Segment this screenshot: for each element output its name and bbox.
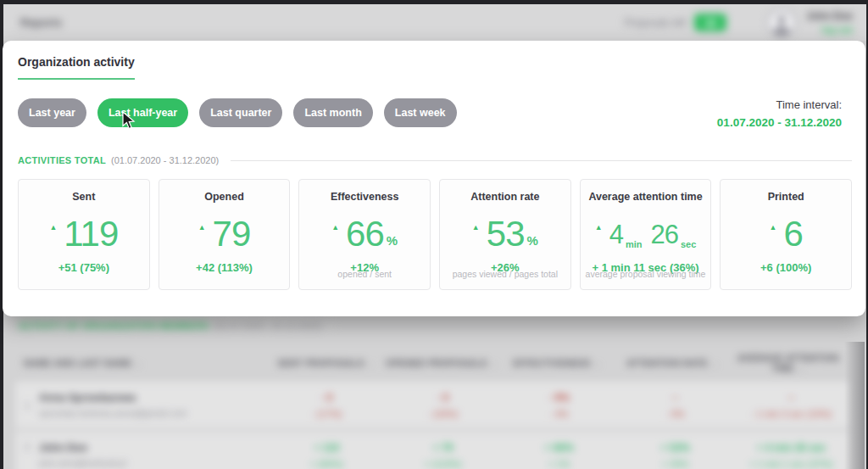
time-interval-value: 01.07.2020 - 31.12.2020 xyxy=(717,116,842,129)
cell-opened: - 0- (33%) xyxy=(385,392,501,419)
stat-value: ▲4min26sec xyxy=(581,215,711,254)
cell-effectiveness: - 9%- 4% xyxy=(501,392,617,419)
member-name: Anna Sprzedazowa xyxy=(39,392,269,404)
cell-sent: + 110+ (84%) xyxy=(269,442,385,469)
stat-number-2: 26 xyxy=(650,221,677,248)
activities-total-range: (01.07.2020 - 31.12.2020) xyxy=(111,155,219,165)
member-email: john.doe@testmail.pl xyxy=(39,458,269,468)
stat-unit-2: sec xyxy=(681,239,696,249)
column-header-opened[interactable]: OPENED PROPOSALS⌄ xyxy=(384,358,499,368)
avatar-person-icon xyxy=(777,15,786,24)
filter-last-half-year[interactable]: Last half-year xyxy=(97,98,188,127)
up-arrow-icon: ▲ xyxy=(595,223,603,232)
mouse-cursor xyxy=(121,111,136,131)
divider xyxy=(334,326,846,327)
column-header-attention-rate[interactable]: ATTENTION RATE⌄ xyxy=(615,358,731,368)
stat-card-attention-rate: Attention rate ▲53% +26% pages viewed / … xyxy=(439,179,571,290)
stat-title: Sent xyxy=(19,191,149,203)
proposals-left-label: Proposals left xyxy=(625,17,687,29)
row-index: 2 xyxy=(15,442,39,452)
table-row: 2 John Doe john.doe@testmail.pl + 110+ (… xyxy=(15,432,849,469)
stat-unit: min xyxy=(626,239,643,249)
user-name: John Doe xyxy=(806,10,853,22)
cell-opened: + 79+ (113%) xyxy=(385,442,501,469)
stat-cards: Sent ▲119 +51 (75%) Opened ▲79 +42 (113%… xyxy=(18,179,852,290)
column-header-sent[interactable]: SENT PROPOSALS⌄ xyxy=(269,358,384,368)
cell-avg-attention-time: + 4 min 26 sec+ 1 min 1 sec (37%) xyxy=(733,442,849,469)
filter-last-month[interactable]: Last month xyxy=(293,98,372,127)
column-header-effectiveness[interactable]: EFFECTIVENESS⌄ xyxy=(499,358,615,368)
stat-card-printed: Printed ▲6 +6 (100%) xyxy=(720,179,852,290)
sort-icon: ⌄ xyxy=(136,359,143,368)
stat-title: Effectiveness xyxy=(299,191,430,203)
logout-link[interactable]: log out xyxy=(806,25,853,35)
stat-value: ▲53% xyxy=(440,215,570,254)
up-arrow-icon: ▲ xyxy=(472,223,480,232)
stat-value: ▲119 xyxy=(19,215,149,254)
stat-caption: opened / sent xyxy=(299,269,430,279)
stat-number: 6 xyxy=(783,216,802,252)
stat-delta: +6 (100%) xyxy=(721,261,851,274)
stat-card-average-attention-time: Average attention time ▲4min26sec + 1 mi… xyxy=(580,179,712,290)
filter-last-week[interactable]: Last week xyxy=(384,98,457,127)
stat-card-effectiveness: Effectiveness ▲66% +12% opened / sent xyxy=(298,179,431,290)
sort-icon: ⌄ xyxy=(711,359,719,368)
members-section-title: ACTIVITY OF ORGANIZATION MEMBERS xyxy=(19,321,209,331)
time-filter-group: Last year Last half-year Last quarter La… xyxy=(18,98,457,127)
stat-caption: average proposal viewing time xyxy=(581,269,711,279)
row-index: 1 xyxy=(15,400,39,410)
up-arrow-icon: ▲ xyxy=(49,223,57,232)
stat-unit: % xyxy=(527,233,538,248)
member-email: sprzedaz.testowa.anna@gmail.com xyxy=(39,408,269,418)
right-edge-shadow xyxy=(844,342,865,469)
top-bar: Reports Proposals left 10 John Doe log o… xyxy=(3,4,866,41)
sort-icon: ⌄ xyxy=(491,359,498,368)
stat-value: ▲66% xyxy=(299,215,430,254)
time-interval-label: Time interval: xyxy=(717,98,842,111)
time-interval: Time interval: 01.07.2020 - 31.12.2020 xyxy=(717,98,852,129)
stat-number: 79 xyxy=(213,216,251,252)
cell-effectiveness: + 66%+ 1% xyxy=(501,442,617,469)
filter-last-quarter[interactable]: Last quarter xyxy=(199,98,282,127)
page-title: Reports xyxy=(20,16,62,29)
stat-number: 4 xyxy=(609,221,623,248)
sort-icon: ⌄ xyxy=(368,359,376,368)
stat-number: 66 xyxy=(346,216,384,252)
sort-icon: ⌄ xyxy=(798,364,805,373)
stat-title: Attention rate xyxy=(440,191,570,203)
avatar-person-icon xyxy=(773,25,790,37)
cell-attention-rate: --- 9% xyxy=(617,392,733,419)
stat-delta: +51 (75%) xyxy=(19,261,149,274)
activities-total-title: ACTIVITIES TOTAL xyxy=(18,155,106,165)
cell-avg-attention-time: --- 1 min 3 sec (10%) xyxy=(733,392,849,419)
stat-title: Printed xyxy=(721,191,851,203)
up-arrow-icon: ▲ xyxy=(331,223,339,232)
table-row: 1 Anna Sprzedazowa sprzedaz.testowa.anna… xyxy=(15,382,849,428)
up-arrow-icon: ▲ xyxy=(198,223,206,232)
up-arrow-icon: ▲ xyxy=(770,223,777,232)
stat-number: 119 xyxy=(64,216,118,252)
members-table-header: NAME AND LAST NAME⌄ SENT PROPOSALS⌄ OPEN… xyxy=(19,344,846,382)
stat-card-sent: Sent ▲119 +51 (75%) xyxy=(18,179,150,290)
organization-activity-panel: Organization activity Last year Last hal… xyxy=(3,41,865,316)
divider xyxy=(231,160,852,161)
stat-title: Average attention time xyxy=(581,191,711,203)
proposals-left-badge: 10 xyxy=(694,14,726,31)
stat-number: 53 xyxy=(487,216,525,252)
user-avatar[interactable] xyxy=(767,8,796,37)
column-header-avg-attention-time[interactable]: AVERAGE ATTENTION TIME⌄ xyxy=(731,353,846,373)
filter-last-year[interactable]: Last year xyxy=(18,98,86,127)
cell-sent: - 0- (17%) xyxy=(269,392,385,419)
stat-title: Opened xyxy=(159,191,290,203)
cell-attention-rate: + 53%+ 26% xyxy=(617,442,733,469)
stat-caption: pages viewed / pages total xyxy=(440,269,570,279)
column-header-name[interactable]: NAME AND LAST NAME⌄ xyxy=(19,358,269,368)
members-section-range: (01.07.2020 - 31.12.2020) xyxy=(214,321,321,331)
stat-value: ▲79 xyxy=(159,215,290,254)
panel-title: Organization activity xyxy=(18,55,135,80)
stat-unit: % xyxy=(387,233,398,248)
member-name: John Doe xyxy=(39,442,269,454)
stat-delta: +42 (113%) xyxy=(159,261,290,274)
stat-value: ▲6 xyxy=(721,215,851,254)
stat-card-opened: Opened ▲79 +42 (113%) xyxy=(159,179,291,290)
